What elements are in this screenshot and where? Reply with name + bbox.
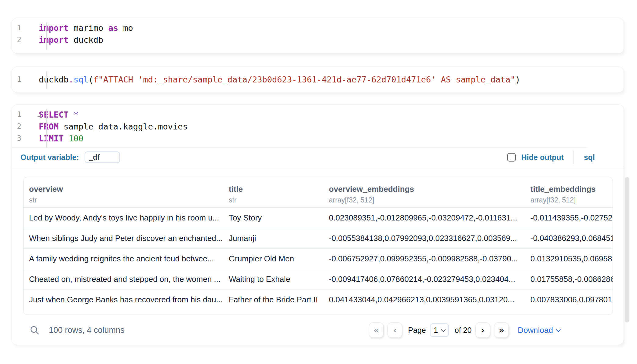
output-variable-input[interactable] <box>85 151 120 163</box>
row-count-summary: 100 rows, 4 columns <box>49 326 125 335</box>
cell-overview: When siblings Judy and Peter discover an… <box>29 234 229 243</box>
cell-overview-embeddings: 0.023089351,-0.012809965,-0.03209472,-0.… <box>329 213 530 223</box>
cell-overview: Cheated on, mistreated and stepped on, t… <box>29 275 229 284</box>
page-select-value: 1 <box>434 326 438 335</box>
marimo-notebook: 1 import marimo as mo 2 import duckdb 1 … <box>0 0 637 364</box>
line-number: 3 <box>12 133 35 144</box>
language-toggle[interactable]: sql <box>584 153 595 162</box>
sql-cell: 1 SELECT * 2 FROM sample_data.kaggle.mov… <box>12 104 624 345</box>
code-text: import marimo as mo <box>35 22 133 34</box>
divider <box>573 151 574 164</box>
cell-overview-embeddings: 0.041433044,0.042966213,0.0039591365,0.0… <box>329 295 530 304</box>
cell-title-embeddings: 0.0132910535,0.06958 <box>530 254 613 264</box>
chevron-down-icon <box>441 327 446 332</box>
cell-title-embeddings: -0.040386293,0.068451 <box>530 234 613 243</box>
table-row: When siblings Judy and Peter discover an… <box>24 228 613 248</box>
code-cell-imports: 1 import marimo as mo 2 import duckdb <box>12 18 624 54</box>
code-text: FROM sample_data.kaggle.movies <box>35 121 188 133</box>
code-text: import duckdb <box>35 34 103 46</box>
column-header-overview[interactable]: overview str <box>29 184 229 207</box>
code-line: 1 SELECT * <box>12 109 624 121</box>
code-editor[interactable]: 1 SELECT * 2 FROM sample_data.kaggle.mov… <box>12 105 624 144</box>
column-header-title-embeddings[interactable]: title_embeddings array[f32, 512] <box>530 184 613 207</box>
table-header-row: overview str title str overview_embeddin… <box>24 177 613 207</box>
code-editor[interactable]: 1 duckdb.sql(f"ATTACH 'md:_share/sample_… <box>12 67 624 86</box>
page-total-label: of 20 <box>455 326 472 335</box>
code-text: LIMIT 100 <box>35 133 83 144</box>
cell-overview: Led by Woody, Andy's toys live happily i… <box>29 213 229 223</box>
cell-title-embeddings: 0.01755858,-0.0086286 <box>530 275 613 284</box>
cell-overview: Just when George Banks has recovered fro… <box>29 295 229 304</box>
output-variable-bar: Output variable: Hide output sql <box>12 148 624 167</box>
line-number: 1 <box>12 22 35 34</box>
code-cell-attach: 1 duckdb.sql(f"ATTACH 'md:_share/sample_… <box>12 67 624 93</box>
cell-overview-embeddings: -0.009417406,0.07860214,-0.023279453,0.0… <box>329 275 530 284</box>
table-row: Cheated on, mistreated and stepped on, t… <box>24 269 613 289</box>
code-text: duckdb.sql(f"ATTACH 'md:_share/sample_da… <box>35 74 520 86</box>
hide-output-label: Hide output <box>521 153 564 162</box>
cell-overview-embeddings: -0.006752927,0.099952355,-0.009982588,-0… <box>329 254 530 264</box>
hide-output-checkbox[interactable] <box>507 153 516 162</box>
code-line: 3 LIMIT 100 <box>12 133 624 144</box>
code-line: 1 duckdb.sql(f"ATTACH 'md:_share/sample_… <box>12 74 624 86</box>
search-icon[interactable] <box>29 325 40 335</box>
dataframe-table: overview str title str overview_embeddin… <box>23 177 613 315</box>
output-variable-label: Output variable: <box>20 153 79 162</box>
download-label: Download <box>518 326 553 335</box>
line-number: 2 <box>12 121 35 133</box>
gutter-divider <box>46 71 47 89</box>
code-line: 2 FROM sample_data.kaggle.movies <box>12 121 624 133</box>
table-row: Just when George Banks has recovered fro… <box>24 289 613 310</box>
code-line: 2 import duckdb <box>12 34 624 46</box>
cell-title: Toy Story <box>229 213 329 223</box>
table-row: A family wedding reignites the ancient f… <box>24 248 613 269</box>
gutter-divider <box>46 109 47 147</box>
divider <box>12 167 624 167</box>
column-header-overview-embeddings[interactable]: overview_embeddings array[f32, 512] <box>329 184 530 207</box>
chevron-down-icon <box>556 327 561 332</box>
scrollbar-thumb[interactable] <box>625 177 629 322</box>
first-page-button[interactable]: « <box>369 322 384 338</box>
cell-title-embeddings: 0.007833006,0.097801 <box>530 295 613 304</box>
page-label: Page <box>408 326 426 335</box>
line-number: 1 <box>12 109 35 121</box>
cell-overview-embeddings: -0.0055384138,0.07992093,0.023316627,0.0… <box>329 234 530 243</box>
pagination: « ‹ Page 1 of 20 › » Download <box>369 322 560 338</box>
code-text: SELECT * <box>35 109 78 121</box>
output-bar-controls: Hide output sql <box>507 151 624 164</box>
download-button[interactable]: Download <box>518 326 560 335</box>
previous-page-button[interactable]: ‹ <box>388 322 402 338</box>
code-editor[interactable]: 1 import marimo as mo 2 import duckdb <box>12 18 624 46</box>
last-page-button[interactable]: » <box>494 322 509 338</box>
line-number: 1 <box>12 74 35 86</box>
column-header-title[interactable]: title str <box>229 184 329 207</box>
table-row: Led by Woody, Andy's toys live happily i… <box>24 207 613 228</box>
cell-title: Grumpier Old Men <box>229 254 329 264</box>
cell-title: Waiting to Exhale <box>229 275 329 284</box>
table-footer: 100 rows, 4 columns « ‹ Page 1 of 20 › »… <box>12 315 624 345</box>
cell-title: Father of the Bride Part II <box>229 295 329 304</box>
line-number: 2 <box>12 34 35 46</box>
page-select[interactable]: 1 <box>430 323 449 337</box>
code-line: 1 import marimo as mo <box>12 22 624 34</box>
cell-title: Jumanji <box>229 234 329 243</box>
next-page-button[interactable]: › <box>475 322 490 338</box>
gutter-divider <box>46 22 47 50</box>
cell-title-embeddings: -0.011439355,-0.02752 <box>530 213 613 223</box>
fold-chevron-icon[interactable] <box>38 114 41 117</box>
cell-overview: A family wedding reignites the ancient f… <box>29 254 229 264</box>
